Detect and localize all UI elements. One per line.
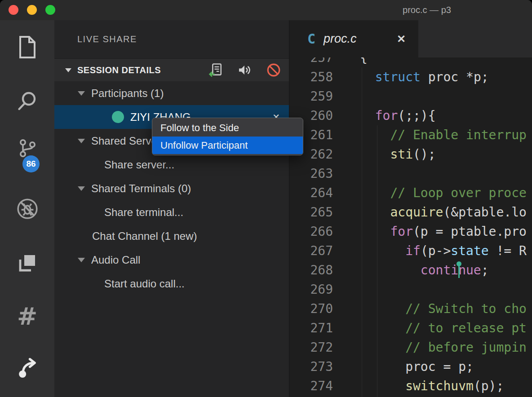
- line-number: 272: [289, 338, 333, 357]
- screen-share-icon[interactable]: [0, 247, 54, 279]
- tree-item-label: Audio Call: [91, 254, 140, 266]
- twisty-icon[interactable]: [78, 258, 85, 262]
- code-line[interactable]: 258 struct proc *p;: [289, 67, 532, 87]
- section-collapse-icon[interactable]: [65, 68, 71, 72]
- tree-item-label: Participants (1): [91, 87, 164, 100]
- stop-session-icon[interactable]: [266, 62, 282, 78]
- code-line[interactable]: 264 // Loop over proce: [289, 183, 532, 203]
- copy-invite-link-icon[interactable]: [207, 62, 223, 78]
- scm-badge: 86: [22, 155, 40, 172]
- line-number: 266: [289, 222, 333, 241]
- editor-area: C proc.c ✕ 257{258 struct proc *p;259260…: [289, 20, 532, 397]
- code-line[interactable]: 257{: [289, 57, 532, 67]
- search-icon[interactable]: [0, 85, 54, 117]
- close-window-button[interactable]: [9, 5, 18, 15]
- tree-item-label: Share server...: [104, 159, 174, 171]
- source-control-icon[interactable]: 86: [0, 132, 54, 164]
- title-bar: proc.c — p3: [0, 0, 532, 20]
- debug-disabled-icon[interactable]: [0, 193, 54, 225]
- line-number: 259: [289, 87, 333, 106]
- line-number: 263: [289, 164, 333, 183]
- code-line[interactable]: 265 acquire(&ptable.lo: [289, 203, 532, 222]
- code-line[interactable]: 259: [289, 87, 532, 106]
- activity-bar: 86 #: [0, 20, 54, 397]
- line-number: 257: [289, 57, 333, 67]
- code-editor[interactable]: 257{258 struct proc *p;259260 for(;;){26…: [289, 57, 532, 397]
- menu-item-unfollow-participant[interactable]: Unfollow Participant: [152, 137, 303, 154]
- code-line[interactable]: 263: [289, 164, 532, 183]
- code-text: [333, 280, 360, 299]
- session-details-header[interactable]: SESSION DETAILS: [54, 58, 289, 81]
- tree-item-start-audio-call[interactable]: Start audio call...: [54, 272, 289, 296]
- tree-item-audio-call[interactable]: Audio Call: [54, 248, 289, 272]
- tab-label: proc.c: [324, 32, 357, 46]
- code-line[interactable]: 261 // Enable interrup: [289, 125, 532, 145]
- tree-item-share-terminal[interactable]: Share terminal...: [54, 200, 289, 224]
- code-line[interactable]: 270 // Switch to cho: [289, 299, 532, 318]
- zoom-window-button[interactable]: [45, 5, 55, 15]
- live-share-sidebar: LIVE SHARE SESSION DETAILS: [54, 20, 289, 397]
- line-number: 258: [289, 67, 333, 87]
- code-line[interactable]: 269: [289, 280, 532, 299]
- explorer-icon[interactable]: [0, 31, 54, 63]
- code-line[interactable]: 260 for(;;){: [289, 106, 532, 125]
- line-number: 268: [289, 260, 333, 280]
- tab-close-icon[interactable]: ✕: [397, 33, 406, 45]
- code-text: [333, 164, 360, 183]
- twisty-icon[interactable]: [78, 139, 85, 143]
- c-language-icon: C: [307, 31, 315, 47]
- line-number: 273: [289, 357, 333, 376]
- code-line[interactable]: 273 proc = p;: [289, 357, 532, 376]
- code-text: {: [333, 57, 368, 67]
- code-line[interactable]: 262 sti();: [289, 145, 532, 164]
- twisty-icon[interactable]: [78, 186, 85, 191]
- code-text: // before jumpin: [333, 338, 527, 357]
- line-number: 270: [289, 299, 333, 318]
- code-text: if(p->state != R: [333, 241, 527, 260]
- code-text: for(p = ptable.pro: [333, 222, 527, 241]
- section-actions: [207, 62, 282, 78]
- audio-volume-icon[interactable]: [236, 62, 253, 78]
- twisty-icon[interactable]: [78, 91, 85, 96]
- code-line[interactable]: 267 if(p->state != R: [289, 241, 532, 260]
- line-number: 274: [289, 376, 333, 396]
- vscode-window: proc.c — p3 86 #: [0, 0, 532, 397]
- code-text: [333, 87, 360, 106]
- code-line[interactable]: 274 switchuvm(p);: [289, 376, 532, 396]
- window-title: proc.c — p3: [341, 0, 512, 20]
- code-line[interactable]: 266 for(p = ptable.pro: [289, 222, 532, 241]
- code-line[interactable]: 271 // to release pt: [289, 318, 532, 338]
- live-share-icon[interactable]: [0, 352, 54, 384]
- tree-item-chat-channel-1-new[interactable]: Chat Channel (1 new): [54, 224, 289, 248]
- sidebar-title: LIVE SHARE: [54, 20, 289, 58]
- code-text: continue;: [333, 260, 489, 280]
- line-number: 267: [289, 241, 333, 260]
- tree-item-participants-1[interactable]: Participants (1): [54, 81, 289, 105]
- remote-participant-cursor: [458, 263, 460, 278]
- section-label: SESSION DETAILS: [77, 65, 161, 75]
- tree-item-share-server[interactable]: Share server...: [54, 153, 289, 176]
- line-number: 271: [289, 318, 333, 338]
- code-text: for(;;){: [333, 106, 436, 125]
- code-text: switchuvm(p);: [333, 376, 504, 396]
- code-text: proc = p;: [333, 357, 474, 376]
- code-text: sti();: [333, 145, 436, 164]
- tree-item-label: Shared Terminals (0): [91, 182, 191, 195]
- participant-avatar: [112, 111, 124, 123]
- code-text: // to release pt: [333, 318, 527, 338]
- tab-proc-c[interactable]: C proc.c ✕: [289, 20, 418, 57]
- tree-item-label: Start audio call...: [104, 278, 185, 290]
- minimize-window-button[interactable]: [27, 5, 37, 15]
- channels-hash-icon[interactable]: #: [0, 300, 54, 333]
- menu-item-follow-to-the-side[interactable]: Follow to the Side: [152, 119, 303, 137]
- code-text: struct proc *p;: [333, 67, 489, 87]
- tree-item-shared-terminals-0[interactable]: Shared Terminals (0): [54, 176, 289, 200]
- code-line[interactable]: 268 continue;: [289, 260, 532, 280]
- code-text: // Loop over proce: [333, 183, 527, 203]
- code-line[interactable]: 272 // before jumpin: [289, 338, 532, 357]
- code-text: acquire(&ptable.lo: [333, 203, 527, 222]
- line-number: 264: [289, 183, 333, 203]
- session-tree: Participants (1)ZIYI ZHANG✕Shared Server…: [54, 81, 289, 296]
- line-number: 265: [289, 203, 333, 222]
- tree-item-label: Chat Channel (1 new): [92, 230, 197, 243]
